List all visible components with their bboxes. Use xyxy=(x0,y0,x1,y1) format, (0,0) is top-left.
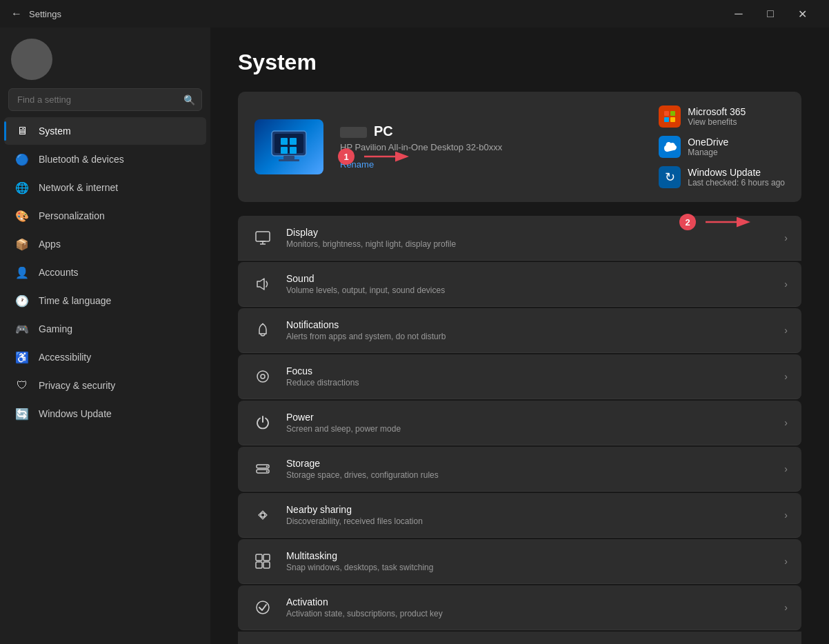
settings-icon-notifications xyxy=(252,319,274,341)
settings-icon-nearby xyxy=(252,504,274,526)
svg-rect-2 xyxy=(281,138,288,145)
nav-label-accounts: Accounts xyxy=(39,267,79,278)
settings-icon-storage xyxy=(252,458,274,480)
svg-point-23 xyxy=(266,470,268,472)
winupdate-subtitle: Last checked: 6 hours ago xyxy=(688,178,785,188)
annotation-2: 2 xyxy=(679,214,754,230)
settings-icon-multitasking xyxy=(252,550,274,572)
ms365-text: Microsoft 365 View benefits xyxy=(688,106,746,127)
main-content: System xyxy=(210,28,829,644)
nav-label-personalization: Personalization xyxy=(39,210,105,221)
svg-rect-3 xyxy=(290,138,297,145)
search-input[interactable] xyxy=(8,88,202,111)
ms365-subtitle: View benefits xyxy=(688,117,746,127)
svg-rect-5 xyxy=(290,147,297,154)
svg-rect-11 xyxy=(670,117,675,122)
nav-label-winupdate: Windows Update xyxy=(39,408,112,419)
settings-item-focus[interactable]: Focus Reduce distractions › xyxy=(238,354,801,399)
svg-rect-1 xyxy=(274,134,303,153)
chevron-focus: › xyxy=(784,371,788,382)
minimize-button[interactable]: ─ xyxy=(723,3,755,25)
nav-label-system: System xyxy=(39,125,71,137)
settings-desc-multitasking: Snap windows, desktops, task switching xyxy=(286,563,772,572)
page-title: System xyxy=(238,50,801,75)
nav-icon-system: 🖥 xyxy=(15,124,29,138)
settings-icon-activation xyxy=(252,596,274,618)
search-container: 🔍 xyxy=(8,88,202,111)
settings-item-multitasking[interactable]: Multitasking Snap windows, desktops, tas… xyxy=(238,539,801,584)
nav-list: 🖥 System 🔵 Bluetooth & devices 🌐 Network… xyxy=(0,117,210,428)
nav-label-network: Network & internet xyxy=(39,182,118,193)
settings-desc-focus: Reduce distractions xyxy=(286,378,772,388)
settings-item-notifications[interactable]: Notifications Alerts from apps and syste… xyxy=(238,308,801,353)
settings-item-troubleshoot[interactable]: Troubleshoot › xyxy=(238,632,801,644)
sidebar-item-privacy[interactable]: 🛡 Privacy & security xyxy=(4,372,206,399)
settings-text-notifications: Notifications Alerts from apps and syste… xyxy=(286,319,772,341)
settings-desc-storage: Storage space, drives, configuration rul… xyxy=(286,470,772,480)
onedrive-title: OneDrive xyxy=(688,137,728,148)
svg-rect-28 xyxy=(263,562,270,568)
settings-title-activation: Activation xyxy=(286,596,772,607)
chevron-storage: › xyxy=(784,463,788,474)
close-button[interactable]: ✕ xyxy=(786,3,818,25)
settings-text-focus: Focus Reduce distractions xyxy=(286,365,772,388)
chevron-display: › xyxy=(784,232,788,243)
svg-rect-8 xyxy=(664,111,669,116)
settings-desc-activation: Activation state, subscriptions, product… xyxy=(286,609,772,618)
nav-icon-privacy: 🛡 xyxy=(15,379,29,392)
nav-label-bluetooth: Bluetooth & devices xyxy=(39,154,124,165)
settings-item-sound[interactable]: Sound Volume levels, output, input, soun… xyxy=(238,262,801,307)
sidebar-item-time[interactable]: 🕐 Time & language xyxy=(4,287,206,314)
winupdate-link[interactable]: ↻ Windows Update Last checked: 6 hours a… xyxy=(659,166,785,188)
ms365-icon xyxy=(659,105,681,128)
svg-point-19 xyxy=(261,374,265,379)
settings-text-sound: Sound Volume levels, output, input, soun… xyxy=(286,273,772,295)
svg-rect-27 xyxy=(256,562,262,568)
chevron-notifications: › xyxy=(784,325,788,336)
onedrive-link[interactable]: OneDrive Manage xyxy=(659,136,785,158)
chevron-activation: › xyxy=(784,602,788,613)
sidebar-item-personalization[interactable]: 🎨 Personalization xyxy=(4,202,206,230)
app-content: 🔍 🖥 System 🔵 Bluetooth & devices 🌐 Netwo… xyxy=(0,28,829,644)
nav-icon-accounts: 👤 xyxy=(15,265,29,279)
onedrive-subtitle: Manage xyxy=(688,148,728,157)
settings-desc-nearby: Discoverability, received files location xyxy=(286,516,772,526)
maximize-button[interactable]: □ xyxy=(755,3,786,25)
sidebar-item-network[interactable]: 🌐 Network & internet xyxy=(4,174,206,201)
settings-text-multitasking: Multitasking Snap windows, desktops, tas… xyxy=(286,550,772,572)
settings-title-notifications: Notifications xyxy=(286,319,772,330)
app-title: Settings xyxy=(29,9,61,19)
settings-item-storage[interactable]: Storage Storage space, drives, configura… xyxy=(238,447,801,492)
sidebar-item-bluetooth[interactable]: 🔵 Bluetooth & devices xyxy=(4,145,206,173)
winupdate-icon: ↻ xyxy=(659,166,681,188)
nav-icon-network: 🌐 xyxy=(15,181,29,194)
settings-icon-power xyxy=(252,412,274,434)
sidebar-item-accounts[interactable]: 👤 Accounts xyxy=(4,259,206,286)
settings-item-nearby[interactable]: Nearby sharing Discoverability, received… xyxy=(238,493,801,538)
avatar xyxy=(11,39,52,80)
settings-icon-display xyxy=(252,227,274,249)
annotation-circle-1: 1 xyxy=(338,148,354,165)
settings-text-activation: Activation Activation state, subscriptio… xyxy=(286,596,772,618)
sidebar-item-winupdate[interactable]: 🔄 Windows Update xyxy=(4,400,206,427)
sidebar-item-gaming[interactable]: 🎮 Gaming xyxy=(4,315,206,343)
pc-icon xyxy=(254,119,323,174)
svg-point-22 xyxy=(266,465,268,467)
svg-rect-9 xyxy=(670,111,675,116)
window-controls: ─ □ ✕ xyxy=(723,3,818,25)
titlebar: ← Settings ─ □ ✕ xyxy=(0,0,829,28)
back-icon[interactable]: ← xyxy=(11,8,22,20)
chevron-nearby: › xyxy=(784,510,788,521)
settings-item-activation[interactable]: Activation Activation state, subscriptio… xyxy=(238,585,801,630)
nav-icon-gaming: 🎮 xyxy=(15,322,29,336)
sidebar-item-system[interactable]: 🖥 System xyxy=(4,117,206,145)
svg-rect-4 xyxy=(281,147,288,154)
chevron-power: › xyxy=(784,417,788,428)
ms365-link[interactable]: Microsoft 365 View benefits xyxy=(659,105,785,128)
sidebar-item-accessibility[interactable]: ♿ Accessibility xyxy=(4,343,206,371)
sidebar-item-apps[interactable]: 📦 Apps xyxy=(4,230,206,258)
settings-title-sound: Sound xyxy=(286,273,772,284)
settings-desc-display: Monitors, brightness, night light, displ… xyxy=(286,239,772,249)
main-wrapper: System xyxy=(210,28,829,644)
settings-item-power[interactable]: Power Screen and sleep, power mode › xyxy=(238,401,801,445)
